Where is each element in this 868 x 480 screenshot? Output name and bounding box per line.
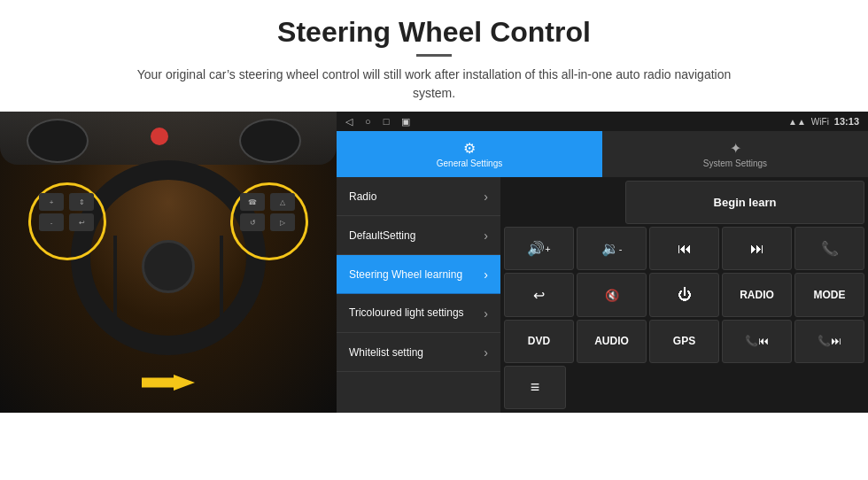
menu-item-whitelist[interactable]: Whitelist setting › [337,333,500,372]
gps-button[interactable]: GPS [649,320,719,363]
tab-general[interactable]: ⚙ General Settings [337,131,602,177]
tab-bar: ⚙ General Settings ✦ System Settings [337,131,868,177]
page-header: Steering Wheel Control Your original car… [0,0,868,112]
mute-button[interactable]: 🔇 [577,273,647,316]
grid-row-3: DVD AUDIO GPS 📞⏮ 📞⏭ [504,320,864,363]
menu-steering-label: Steering Wheel learning [349,268,462,281]
general-settings-icon: ⚙ [463,140,476,157]
prev-track-button[interactable]: ⏮ [649,227,719,270]
menu-item-tricoloured[interactable]: Tricoloured light settings › [337,294,500,333]
right-grid: Begin learn 🔊+ 🔉- ⏮ ⏭ 📞 ↩ 🔇 ⏻ RADIO [500,177,868,413]
menu-tricoloured-arrow: › [484,306,488,321]
list-icon-button[interactable]: ≡ [504,366,566,409]
car-image-section: + ⇕ - ↩ ☎ △ ↺ ▷ [0,112,337,413]
home-icon[interactable]: ○ [365,116,371,127]
arrow-indicator [142,375,195,391]
page-subtitle: Your original car’s steering wheel contr… [124,66,744,103]
grid-row-1: 🔊+ 🔉- ⏮ ⏭ 📞 [504,227,864,270]
cast-icon[interactable]: ▣ [401,116,410,128]
phone-next-button[interactable]: 📞⏭ [794,320,864,363]
android-panel: ◁ ○ □ ▣ ▲▲ WiFi 13:13 ⚙ General Settings… [337,112,868,413]
menu-radio-label: Radio [349,190,376,203]
menu-whitelist-arrow: › [484,345,488,360]
left-menu: Radio › DefaultSetting › Steering Wheel … [337,177,500,413]
system-settings-label: System Settings [703,159,767,168]
tab-system[interactable]: ✦ System Settings [602,131,868,177]
menu-tricoloured-label: Tricoloured light settings [349,306,464,321]
grid-row-2: ↩ 🔇 ⏻ RADIO MODE [504,273,864,316]
menu-steering-arrow: › [484,267,488,282]
back-icon[interactable]: ◁ [345,116,353,128]
status-bar: ◁ ○ □ ▣ ▲▲ WiFi 13:13 [337,112,868,131]
android-main: Radio › DefaultSetting › Steering Wheel … [337,177,868,413]
radio-button[interactable]: RADIO [722,273,792,316]
menu-item-default[interactable]: DefaultSetting › [337,216,500,255]
phone-prev-button[interactable]: 📞⏮ [722,320,792,363]
recent-icon[interactable]: □ [384,116,390,127]
empty-cell-0 [504,181,623,224]
menu-radio-arrow: › [484,190,488,204]
menu-default-label: DefaultSetting [349,229,415,242]
menu-item-radio[interactable]: Radio › [337,177,500,216]
signal-icon: ▲▲ [788,117,806,127]
system-settings-icon: ✦ [730,140,741,157]
menu-default-arrow: › [484,228,488,243]
phone-answer-button[interactable]: 📞 [794,227,864,270]
menu-whitelist-label: Whitelist setting [349,346,423,359]
vol-down-button[interactable]: 🔉- [577,227,647,270]
title-divider [416,54,452,57]
audio-button[interactable]: AUDIO [577,320,647,363]
time-display: 13:13 [834,116,859,127]
content-row: + ⇕ - ↩ ☎ △ ↺ ▷ ◁ ○ [0,112,868,413]
power-button[interactable]: ⏻ [649,273,719,316]
wifi-icon: WiFi [811,117,829,127]
next-track-button[interactable]: ⏭ [722,227,792,270]
grid-row-4: ≡ [504,366,864,409]
status-right: ▲▲ WiFi 13:13 [788,116,859,127]
begin-learn-button[interactable]: Begin learn [625,181,864,224]
vol-up-button[interactable]: 🔊+ [504,227,574,270]
page-title: Steering Wheel Control [35,16,833,49]
back-button[interactable]: ↩ [504,273,574,316]
dvd-button[interactable]: DVD [504,320,574,363]
menu-item-steering[interactable]: Steering Wheel learning › [337,255,500,294]
nav-icons: ◁ ○ □ ▣ [345,116,410,128]
mode-button[interactable]: MODE [794,273,864,316]
grid-row-0: Begin learn [504,181,864,224]
general-settings-label: General Settings [437,159,503,168]
